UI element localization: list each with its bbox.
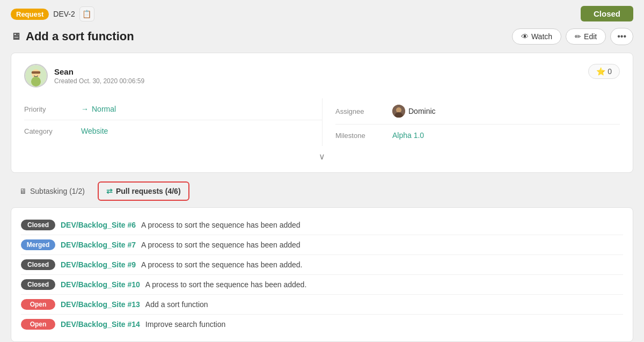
- clipboard-button[interactable]: 📋: [79, 6, 94, 21]
- priority-label: Priority: [24, 105, 72, 113]
- author-name: Sean: [54, 67, 144, 76]
- pr-badge-5: Open: [21, 319, 55, 330]
- field-milestone: Milestone Alpha 1.0: [335, 125, 620, 146]
- expand-row[interactable]: ∨: [24, 146, 620, 162]
- author-info: Sean Created Oct. 30, 2020 00:06:59: [24, 64, 144, 88]
- star-badge[interactable]: ⭐ 0: [588, 64, 620, 79]
- more-icon: •••: [617, 32, 626, 41]
- fields-left: Priority → Normal Category Website: [24, 98, 322, 146]
- pr-desc-2: A process to sort the sequence has been …: [141, 260, 302, 269]
- field-category: Category Website: [24, 120, 322, 142]
- fields-grid: Priority → Normal Category Website Assig…: [24, 98, 620, 146]
- category-value: Website: [81, 127, 108, 135]
- author-row: Sean Created Oct. 30, 2020 00:06:59 ⭐ 0: [24, 64, 620, 88]
- pr-desc-3: A process to sort the sequence has been …: [145, 280, 306, 289]
- clipboard-icon: 📋: [82, 10, 91, 18]
- avatar-svg: [25, 64, 47, 88]
- tabs-row: 🖥 Subtasking (1/2) ⇄ Pull requests (4/6): [11, 181, 633, 201]
- page-title: 🖥 Add a sort function: [11, 30, 134, 43]
- star-count: 0: [608, 67, 612, 76]
- edit-button[interactable]: ✏ Edit: [566, 28, 606, 45]
- request-badge: Request: [11, 9, 49, 20]
- assignee-label: Assignee: [335, 107, 384, 115]
- avatar: [24, 64, 48, 88]
- assignee-avatar-svg: [392, 105, 405, 118]
- dev-id: DEV-2: [53, 10, 75, 18]
- pr-row-5: OpenDEV/Backlog_Site #14 Improve search …: [21, 315, 623, 334]
- subtasking-icon: 🖥: [19, 187, 27, 195]
- chevron-down-icon: ∨: [319, 151, 325, 162]
- status-closed-badge: Closed: [581, 9, 633, 19]
- pr-link-5[interactable]: DEV/Backlog_Site #14: [61, 320, 140, 329]
- assignee-avatar: [392, 105, 405, 118]
- pr-link-0[interactable]: DEV/Backlog_Site #6: [61, 221, 136, 229]
- field-priority: Priority → Normal: [24, 98, 322, 120]
- milestone-label: Milestone: [335, 132, 384, 140]
- more-button[interactable]: •••: [610, 28, 633, 45]
- pr-link-3[interactable]: DEV/Backlog_Site #10: [61, 280, 140, 289]
- pr-link-1[interactable]: DEV/Backlog_Site #7: [61, 241, 136, 249]
- pull-requests-list: ClosedDEV/Backlog_Site #6 A process to s…: [11, 207, 633, 342]
- svg-rect-4: [32, 71, 40, 74]
- pr-badge-2: Closed: [21, 259, 55, 270]
- pr-row-3: ClosedDEV/Backlog_Site #10 A process to …: [21, 275, 623, 295]
- pr-badge-3: Closed: [21, 279, 55, 290]
- tab-pull-requests[interactable]: ⇄ Pull requests (4/6): [98, 181, 189, 201]
- fields-right: Assignee Dominic Milestone Alpha 1.0: [322, 98, 620, 146]
- watch-label: Watch: [531, 32, 552, 41]
- pull-requests-icon: ⇄: [106, 187, 113, 195]
- author-details: Sean Created Oct. 30, 2020 00:06:59: [54, 67, 144, 85]
- field-assignee: Assignee Dominic: [335, 98, 620, 125]
- arrow-icon: →: [81, 105, 89, 113]
- pr-desc-5: Improve search function: [145, 320, 225, 329]
- edit-label: Edit: [584, 32, 597, 41]
- watch-icon: 👁: [521, 32, 529, 41]
- top-bar-left: Request DEV-2 📋: [11, 6, 94, 21]
- main-card: Sean Created Oct. 30, 2020 00:06:59 ⭐ 0 …: [11, 53, 633, 173]
- milestone-value: Alpha 1.0: [392, 131, 424, 140]
- svg-point-7: [396, 107, 401, 113]
- pull-requests-label: Pull requests (4/6): [116, 187, 181, 195]
- watch-button[interactable]: 👁 Watch: [512, 28, 561, 45]
- pr-link-4[interactable]: DEV/Backlog_Site #13: [61, 300, 140, 309]
- subtasking-label: Subtasking (1/2): [30, 187, 85, 195]
- pr-badge-0: Closed: [21, 220, 55, 230]
- assignee-value: Dominic: [392, 105, 436, 118]
- author-created: Created Oct. 30, 2020 00:06:59: [54, 77, 144, 85]
- category-label: Category: [24, 127, 72, 135]
- pr-desc-0: A process to sort the sequence has been …: [141, 221, 301, 229]
- pr-link-2[interactable]: DEV/Backlog_Site #9: [61, 260, 136, 269]
- edit-icon: ✏: [575, 32, 581, 41]
- page-title-text: Add a sort function: [26, 30, 134, 43]
- page-title-icon: 🖥: [11, 31, 20, 42]
- pr-row-4: OpenDEV/Backlog_Site #13 Add a sort func…: [21, 295, 623, 315]
- tab-subtasking[interactable]: 🖥 Subtasking (1/2): [11, 181, 93, 201]
- pr-badge-4: Open: [21, 299, 55, 310]
- title-actions: 👁 Watch ✏ Edit •••: [512, 28, 633, 45]
- closed-status-label: Closed: [581, 6, 633, 21]
- page-title-row: 🖥 Add a sort function 👁 Watch ✏ Edit •••: [11, 28, 633, 45]
- priority-value: → Normal: [81, 105, 116, 113]
- pr-desc-1: A process to sort the sequence has been …: [141, 241, 301, 249]
- pr-row-0: ClosedDEV/Backlog_Site #6 A process to s…: [21, 215, 623, 235]
- star-icon: ⭐: [596, 67, 605, 76]
- svg-point-5: [31, 77, 41, 86]
- top-bar: Request DEV-2 📋 Closed: [11, 6, 633, 21]
- pr-badge-1: Merged: [21, 239, 55, 250]
- pr-row-2: ClosedDEV/Backlog_Site #9 A process to s…: [21, 255, 623, 275]
- pr-row-1: MergedDEV/Backlog_Site #7 A process to s…: [21, 235, 623, 255]
- pr-desc-4: Add a sort function: [145, 300, 208, 309]
